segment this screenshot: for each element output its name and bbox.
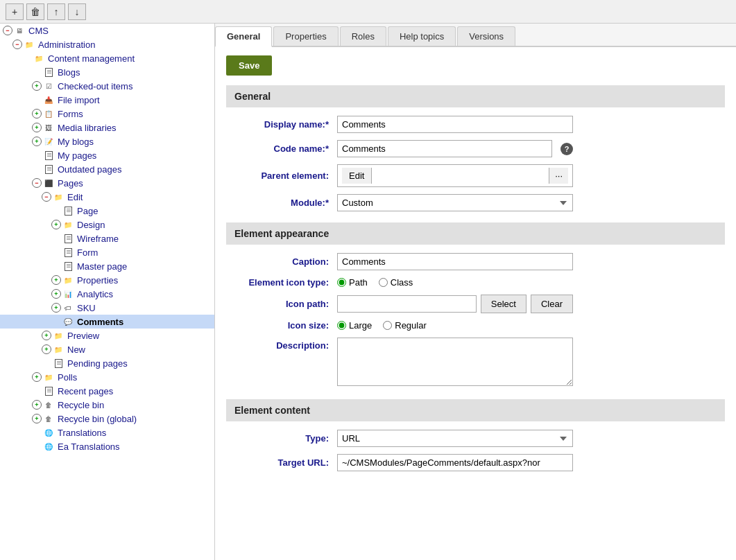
- tree-icon-import: 📥: [43, 94, 54, 105]
- clear-button[interactable]: Clear: [531, 295, 573, 313]
- sidebar-item-page[interactable]: Page: [0, 204, 214, 218]
- icon-type-class-radio[interactable]: [379, 278, 388, 287]
- add-button[interactable]: +: [6, 3, 24, 20]
- tree-expand-preview[interactable]: +: [42, 331, 51, 340]
- sidebar-item-media-libraries[interactable]: +🖼Media libraries: [0, 121, 214, 134]
- tree-label-translations: Translations: [58, 428, 106, 438]
- tree-icon-checked: ☑: [43, 80, 54, 91]
- tree-icon-page: [43, 67, 54, 78]
- target-url-input[interactable]: [337, 454, 573, 471]
- sidebar-item-sku[interactable]: +🏷SKU: [0, 301, 214, 315]
- sidebar-item-file-import[interactable]: 📥File import: [0, 93, 214, 107]
- tree-expand-recycle-bin-global[interactable]: +: [32, 414, 42, 423]
- sidebar-item-master-page[interactable]: Master page: [0, 259, 214, 273]
- content-section-header: Element content: [226, 399, 725, 421]
- tree-expand-administration[interactable]: −: [12, 40, 22, 49]
- icon-type-class-text: Class: [391, 277, 413, 288]
- sidebar-item-checked-out[interactable]: +☑Checked-out items: [0, 79, 214, 93]
- help-icon[interactable]: ?: [560, 143, 573, 155]
- sidebar-item-recycle-bin[interactable]: +🗑Recycle bin: [0, 398, 214, 412]
- sidebar-item-my-pages[interactable]: My pages: [0, 148, 214, 162]
- tree-expand-new[interactable]: +: [42, 344, 51, 354]
- sidebar-item-form[interactable]: Form: [0, 245, 214, 259]
- module-select[interactable]: Custom CMS Blog Forms: [337, 194, 573, 211]
- sidebar-item-pages[interactable]: −⬛Pages: [0, 176, 214, 190]
- icon-path-control: Select Clear: [337, 295, 573, 313]
- sidebar-item-edit[interactable]: −📁Edit: [0, 190, 214, 204]
- tree-label-new: New: [67, 344, 85, 355]
- description-row: Description:: [226, 338, 725, 388]
- sidebar-item-preview[interactable]: +📁Preview: [0, 329, 214, 342]
- sidebar-item-polls[interactable]: +📁Polls: [0, 370, 214, 384]
- icon-type-class-label[interactable]: Class: [379, 277, 413, 288]
- sidebar-item-forms[interactable]: +📋Forms: [0, 107, 214, 121]
- parent-dots-button[interactable]: ···: [549, 168, 568, 184]
- display-name-input[interactable]: [337, 116, 573, 133]
- icon-path-input[interactable]: [337, 295, 477, 313]
- tree-expand-polls[interactable]: +: [32, 372, 42, 382]
- module-row: Module:* Custom CMS Blog Forms: [226, 194, 725, 211]
- icon-path-label: Icon path:: [226, 299, 337, 309]
- sidebar-item-cms[interactable]: −🖥CMS: [0, 24, 214, 37]
- tree-label-master-page: Master page: [77, 261, 127, 272]
- display-name-control: [337, 116, 573, 133]
- icon-type-path-label[interactable]: Path: [337, 277, 368, 288]
- sidebar-item-my-blogs[interactable]: +📝My blogs: [0, 134, 214, 148]
- sidebar-item-content-management[interactable]: 📁Content management: [0, 51, 214, 65]
- sidebar-item-translations[interactable]: 🌐Translations: [0, 426, 214, 439]
- tree-expand-design[interactable]: +: [51, 220, 61, 229]
- sidebar-item-analytics[interactable]: +📊Analytics: [0, 287, 214, 301]
- icon-size-regular-radio[interactable]: [383, 321, 392, 330]
- sidebar-item-wireframe[interactable]: Wireframe: [0, 231, 214, 245]
- sidebar-item-pending-pages[interactable]: Pending pages: [0, 356, 214, 370]
- tree-expand-forms[interactable]: +: [32, 109, 42, 119]
- sidebar-item-new[interactable]: +📁New: [0, 342, 214, 356]
- move-up-button[interactable]: ↑: [47, 3, 65, 20]
- code-name-input[interactable]: [337, 140, 552, 157]
- tree-expand-cms[interactable]: −: [3, 26, 12, 35]
- icon-type-path-radio[interactable]: [337, 278, 346, 287]
- tab-general[interactable]: General: [215, 26, 272, 47]
- description-textarea[interactable]: [337, 338, 573, 386]
- tree-label-media-libraries: Media libraries: [58, 123, 117, 133]
- tab-versions[interactable]: Versions: [457, 26, 515, 46]
- tree-expand-recycle-bin[interactable]: +: [32, 400, 42, 410]
- icon-size-large-label[interactable]: Large: [337, 320, 372, 331]
- tree-expand-checked-out[interactable]: +: [32, 81, 42, 91]
- sidebar-item-design[interactable]: +📁Design: [0, 218, 214, 231]
- caption-input[interactable]: [337, 253, 573, 270]
- sidebar-item-administration[interactable]: −📁Administration: [0, 37, 214, 51]
- target-url-control: [337, 454, 573, 471]
- icon-size-large-radio[interactable]: [337, 321, 346, 330]
- tree-icon-folder: 📁: [24, 39, 35, 50]
- delete-button[interactable]: 🗑: [26, 3, 44, 20]
- tree-expand-pages[interactable]: −: [32, 178, 42, 188]
- select-button[interactable]: Select: [481, 295, 527, 313]
- tab-help_topics[interactable]: Help topics: [388, 26, 456, 46]
- tree-expand-sku[interactable]: +: [51, 303, 61, 313]
- tree-icon-form: 📋: [43, 108, 54, 119]
- tree-expand-media-libraries[interactable]: +: [32, 123, 42, 132]
- icon-size-regular-label[interactable]: Regular: [383, 320, 427, 331]
- sidebar-item-recycle-bin-global[interactable]: +🗑Recycle bin (global): [0, 412, 214, 426]
- tree-label-recycle-bin: Recycle bin: [58, 400, 104, 410]
- parent-edit-button[interactable]: Edit: [342, 168, 372, 184]
- move-down-button[interactable]: ↓: [68, 3, 86, 20]
- type-select[interactable]: URL Page Custom: [337, 430, 573, 447]
- save-button[interactable]: Save: [226, 55, 272, 76]
- tab-roles[interactable]: Roles: [340, 26, 386, 46]
- sidebar-item-outdated-pages[interactable]: Outdated pages: [0, 162, 214, 176]
- sidebar-item-ea-translations[interactable]: 🌐Ea Translations: [0, 439, 214, 453]
- sidebar-item-blogs[interactable]: Blogs: [0, 65, 214, 79]
- tree-expand-analytics[interactable]: +: [51, 289, 61, 299]
- sidebar-item-recent-pages[interactable]: Recent pages: [0, 384, 214, 398]
- sidebar-item-comments[interactable]: 💬Comments: [0, 315, 214, 329]
- tree-expand-edit[interactable]: −: [42, 192, 51, 202]
- tree-label-cms: CMS: [28, 26, 49, 36]
- tree-expand-properties[interactable]: +: [51, 275, 61, 285]
- tree-label-recent-pages: Recent pages: [58, 386, 113, 396]
- tree-expand-my-blogs[interactable]: +: [32, 137, 42, 146]
- sidebar-item-properties[interactable]: +📁Properties: [0, 273, 214, 287]
- description-control: [337, 338, 573, 388]
- tab-properties[interactable]: Properties: [273, 26, 338, 46]
